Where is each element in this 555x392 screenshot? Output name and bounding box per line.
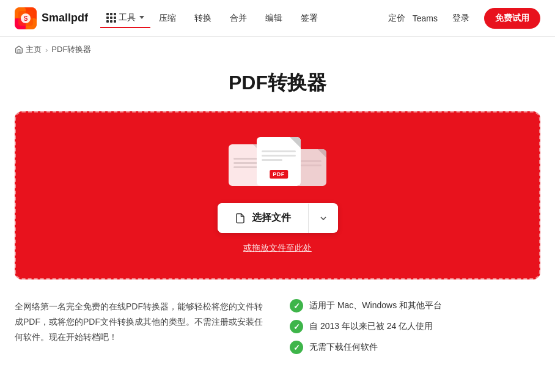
nav-merge[interactable]: 合并 xyxy=(221,8,255,29)
nav-right: 定价 Teams 登录 免费试用 xyxy=(388,8,540,29)
feature-item-1: ✓ 自 2013 年以来已被 24 亿人使用 xyxy=(290,320,540,333)
file-chooser-row: 选择文件 xyxy=(218,203,338,233)
breadcrumb-home[interactable]: 主页 xyxy=(15,44,42,55)
header: S Smallpdf 工具 压缩 转换 合并 编辑 签署 定价 Teams 登录… xyxy=(0,0,555,37)
nav-teams[interactable]: Teams xyxy=(413,13,438,23)
feature-item-0: ✓ 适用于 Mac、Windows 和其他平台 xyxy=(290,299,540,312)
features-list: ✓ 适用于 Mac、Windows 和其他平台 ✓ 自 2013 年以来已被 2… xyxy=(290,299,540,354)
breadcrumb-separator: › xyxy=(45,45,48,54)
pdf-label: PDF xyxy=(270,170,288,179)
feature-item-2: ✓ 无需下载任何软件 xyxy=(290,341,540,354)
chevron-down-icon xyxy=(318,213,328,223)
content-description: 全网络第一名完全免费的在线PDF转换器，能够轻松将您的文件转成PDF，或将您的P… xyxy=(15,299,265,346)
free-trial-button[interactable]: 免费试用 xyxy=(484,8,540,29)
nav-pricing[interactable]: 定价 xyxy=(388,13,405,24)
main-nav: 压缩 转换 合并 编辑 签署 xyxy=(150,8,388,29)
grid-icon xyxy=(106,13,116,23)
upload-section[interactable]: PDF 选择文件 或拖放文件至此处 xyxy=(15,111,540,279)
dropdown-button[interactable] xyxy=(309,205,338,232)
check-icon-2: ✓ xyxy=(290,341,303,354)
check-icon-1: ✓ xyxy=(290,320,303,333)
doc-fold xyxy=(290,137,301,148)
breadcrumb-current: PDF转换器 xyxy=(51,44,91,55)
doc-main: PDF xyxy=(257,137,301,186)
feature-text-1: 自 2013 年以来已被 24 亿人使用 xyxy=(309,321,433,332)
description-text: 全网络第一名完全免费的在线PDF转换器，能够轻松将您的文件转成PDF，或将您的P… xyxy=(15,299,265,346)
feature-text-2: 无需下载任何软件 xyxy=(309,342,378,353)
tools-menu-button[interactable]: 工具 xyxy=(100,9,150,28)
logo-area[interactable]: S Smallpdf xyxy=(15,7,88,29)
nav-sign[interactable]: 签署 xyxy=(292,8,326,29)
nav-edit[interactable]: 编辑 xyxy=(257,8,291,29)
nav-login[interactable]: 登录 xyxy=(445,9,477,28)
home-icon xyxy=(15,45,23,54)
feature-text-0: 适用于 Mac、Windows 和其他平台 xyxy=(309,300,442,311)
nav-convert[interactable]: 转换 xyxy=(186,8,220,29)
breadcrumb: 主页 › PDF转换器 xyxy=(0,37,555,60)
svg-text:S: S xyxy=(24,15,28,22)
file-icon xyxy=(235,213,246,224)
tools-label: 工具 xyxy=(119,12,136,23)
breadcrumb-home-label: 主页 xyxy=(26,44,42,55)
content-section: 全网络第一名完全免费的在线PDF转换器，能够轻松将您的文件转成PDF，或将您的P… xyxy=(0,299,555,379)
pdf-illustration: PDF xyxy=(229,137,326,186)
logo-text: Smallpdf xyxy=(42,12,88,24)
page-title: PDF转换器 xyxy=(0,60,555,111)
drop-hint: 或拖放文件至此处 xyxy=(243,243,312,254)
smallpdf-logo-icon: S xyxy=(15,7,37,29)
choose-file-button[interactable]: 选择文件 xyxy=(218,203,308,233)
nav-compress[interactable]: 压缩 xyxy=(150,8,185,29)
check-icon-0: ✓ xyxy=(290,299,303,312)
chevron-down-icon xyxy=(139,16,144,19)
choose-file-label: 选择文件 xyxy=(252,212,291,224)
